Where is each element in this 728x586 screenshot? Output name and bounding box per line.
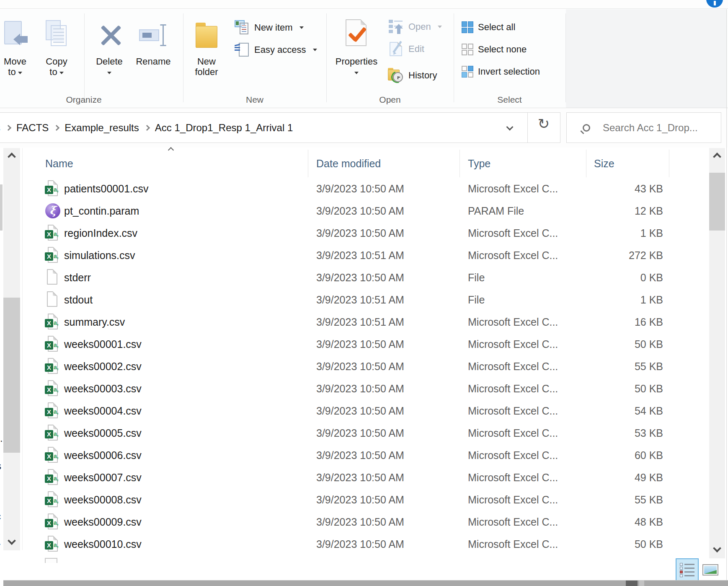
scroll-up-icon[interactable] [8, 153, 16, 161]
select-none-icon [462, 44, 473, 55]
file-row[interactable]: stdout3/9/2023 10:51 AMFile1 KB [23, 289, 709, 311]
file-row[interactable]: Xa,summary.csv3/9/2023 10:51 AMMicrosoft… [23, 311, 709, 333]
select-none-button[interactable]: Select none [462, 41, 527, 58]
column-divider[interactable] [460, 150, 460, 177]
file-row[interactable]: Xa,weeks00008.csv3/9/2023 10:50 AMMicros… [23, 489, 709, 511]
file-row[interactable]: Xa,regionIndex.csv3/9/2023 10:50 AMMicro… [23, 222, 709, 244]
file-row[interactable]: Xa,weeks00010.csv3/9/2023 10:50 AMMicros… [23, 533, 709, 555]
list-scrollbar[interactable] [709, 148, 725, 558]
scroll-up-icon[interactable] [713, 153, 721, 161]
open-button: Open [389, 18, 442, 35]
easy-access-button[interactable]: Easy access [235, 41, 317, 58]
new-folder-icon [185, 19, 228, 56]
column-divider[interactable] [586, 150, 586, 177]
breadcrumb-item-current-folder[interactable]: Acc 1_Drop1_Resp 1_Arrival 1 [155, 113, 293, 143]
details-view-button[interactable] [676, 558, 699, 582]
file-row[interactable]: Xa,weeks00002.csv3/9/2023 10:50 AMMicros… [23, 355, 709, 378]
file-size: 50 KB [568, 378, 663, 400]
select-all-button[interactable]: Select all [462, 19, 515, 36]
file-type: PARAM File [468, 200, 524, 222]
easy-access-label: Easy access [254, 44, 306, 55]
scrollbar-thumb[interactable] [709, 173, 725, 231]
move-to-label-line2: to [8, 67, 15, 77]
file-size: 48 KB [568, 511, 663, 533]
refresh-button[interactable]: ↻ [533, 114, 555, 133]
file-date-modified: 3/9/2023 10:50 AM [316, 178, 404, 200]
file-size: 12 KB [568, 200, 663, 222]
file-size: 1 KB [568, 289, 663, 311]
file-row[interactable]: Xa,patients00001.csv3/9/2023 10:50 AMMic… [23, 178, 709, 200]
file-name: regionIndex.csv [64, 222, 137, 244]
chevron-down-icon [438, 26, 442, 28]
breadcrumb-item-example-results[interactable]: Example_results [65, 113, 139, 143]
column-divider[interactable] [669, 150, 669, 177]
file-row[interactable]: Xa,weeks00001.csv3/9/2023 10:50 AMMicros… [23, 333, 709, 355]
param-file-icon: ξ [45, 202, 60, 220]
file-row[interactable]: Xa,weeks00004.csv3/9/2023 10:50 AMMicros… [23, 400, 709, 422]
csv-file-icon: Xa, [45, 469, 60, 486]
new-folder-label-line2: folder [185, 67, 228, 77]
column-header-name[interactable]: Name [45, 153, 73, 174]
file-size: 53 KB [568, 422, 663, 444]
ribbon: Move to Copy to Delete Rename Organize [0, 9, 728, 108]
csv-file-icon: Xa, [45, 402, 60, 420]
search-box[interactable] [566, 112, 721, 143]
file-date-modified: 3/9/2023 10:50 AM [316, 467, 404, 489]
column-header-type[interactable]: Type [468, 153, 490, 174]
file-name: pt_contin.param [64, 200, 139, 222]
file-row[interactable]: ξpt_contin.param3/9/2023 10:50 AMPARAM F… [23, 200, 709, 222]
address-dropdown-icon[interactable] [506, 124, 514, 131]
invert-selection-button[interactable]: Invert selection [462, 63, 540, 80]
address-bar[interactable]: sFACTSExample_resultsAcc 1_Drop1_Resp 1_… [0, 112, 560, 143]
csv-file-icon: Xa, [45, 247, 60, 264]
select-all-label: Select all [478, 22, 515, 33]
address-divider [527, 113, 528, 143]
file-size: 50 KB [568, 533, 663, 555]
titlebar-strip [0, 0, 728, 9]
file-name: patients00001.csv [64, 178, 149, 200]
invert-selection-icon [462, 66, 473, 78]
new-item-button[interactable]: New item [235, 19, 304, 36]
group-caption-organize: Organize [42, 94, 126, 105]
column-divider[interactable] [308, 150, 308, 177]
taskbar-segment [626, 581, 638, 586]
thumbnail-view-button[interactable] [702, 564, 718, 576]
file-size: 54 KB [568, 400, 663, 422]
file-type: Microsoft Excel C... [468, 467, 558, 489]
delete-button[interactable]: Delete [88, 19, 131, 77]
scrollbar-thumb[interactable] [3, 298, 20, 453]
column-header-size[interactable]: Size [594, 153, 614, 174]
file-row[interactable]: Xa,weeks00007.csv3/9/2023 10:50 AMMicros… [23, 467, 709, 489]
rename-button[interactable]: Rename [132, 19, 175, 67]
file-type: Microsoft Excel C... [468, 222, 558, 244]
csv-file-icon: Xa, [45, 425, 60, 442]
copy-to-button[interactable]: Copy to [35, 19, 78, 77]
nav-pane-fragment [0, 184, 3, 231]
breadcrumb-partial-item[interactable]: s [0, 113, 0, 143]
breadcrumb-chevron-icon [5, 125, 11, 131]
file-row[interactable]: Xa,simulations.csv3/9/2023 10:51 AMMicro… [23, 244, 709, 267]
edit-button: Edit [389, 41, 424, 57]
file-size: 49 KB [568, 467, 663, 489]
properties-button[interactable]: Properties [335, 19, 378, 77]
file-name: weeks00007.csv [64, 467, 142, 489]
scroll-down-icon[interactable] [8, 537, 16, 545]
chevron-down-icon [18, 72, 22, 74]
new-folder-button[interactable]: New folder [185, 19, 228, 77]
column-header-date-modified[interactable]: Date modified [316, 153, 381, 174]
search-input[interactable] [603, 122, 716, 134]
file-row[interactable]: Xa,weeks00009.csv3/9/2023 10:50 AMMicros… [23, 511, 709, 533]
file-row[interactable]: stderr3/9/2023 10:50 AMFile0 KB [23, 267, 709, 289]
chevron-down-icon [313, 49, 317, 51]
file-row[interactable]: Xa,weeks00003.csv3/9/2023 10:50 AMMicros… [23, 378, 709, 400]
delete-icon [88, 19, 131, 56]
group-caption-new: New [183, 94, 326, 105]
move-to-button[interactable]: Move to [0, 19, 37, 77]
file-date-modified: 3/9/2023 10:51 AM [316, 244, 404, 267]
breadcrumb-item-facts[interactable]: FACTS [16, 113, 49, 143]
history-button[interactable]: History [388, 67, 437, 84]
scroll-down-icon[interactable] [713, 544, 721, 552]
nav-pane-scrollbar[interactable] [3, 148, 20, 550]
file-row[interactable]: Xa,weeks00006.csv3/9/2023 10:50 AMMicros… [23, 444, 709, 467]
file-row[interactable]: Xa,weeks00005.csv3/9/2023 10:50 AMMicros… [23, 422, 709, 444]
